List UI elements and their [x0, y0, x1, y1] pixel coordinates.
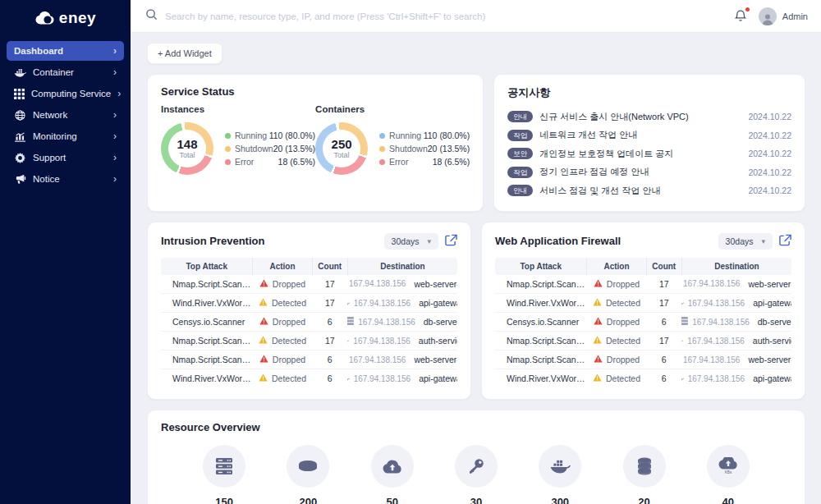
sidebar-item-container[interactable]: Container› [7, 62, 124, 82]
destination-ip: 167.94.138.156 [683, 355, 741, 364]
notice-board-title: 공지사항 [507, 85, 791, 100]
attack-count: 17 [646, 332, 681, 351]
user-menu[interactable]: Admin [759, 7, 808, 25]
widget-grid-bottom: Resource Overview 150Instances200Volumes… [147, 410, 805, 504]
resource-item-database[interactable]: 20Database [607, 445, 682, 504]
notice-item[interactable]: 작업정기 인프라 점검 예정 안내2024.10.22 [507, 163, 791, 182]
legend-value: 20 (13.5%) [273, 144, 315, 153]
sidebar-item-label: Network [33, 110, 107, 120]
detected-warning-icon [593, 373, 602, 383]
destination-ip: 167.94.138.156 [358, 318, 415, 327]
dropped-alert-icon [594, 279, 603, 289]
notice-date: 2024.10.22 [748, 131, 791, 140]
chevron-right-icon: › [117, 89, 121, 99]
chevron-down-icon: ▾ [427, 237, 431, 245]
sidebar-item-label: Computing Service [31, 89, 111, 99]
attack-name: Censys.io.Scanner [161, 313, 253, 332]
open-external-button[interactable] [779, 234, 791, 249]
sidebar-item-dashboard[interactable]: Dashboard› [7, 41, 124, 61]
resource-row: 150Instances200Volumes50Backups30Keypair… [161, 445, 791, 504]
notice-list: 안내신규 서비스 출시 안내(Network VPC)2024.10.22작업네… [507, 108, 791, 200]
destination-ip: 167.94.138.156 [349, 279, 406, 288]
column-header: Count [312, 258, 347, 275]
docker-icon [681, 373, 683, 383]
notice-date: 2024.10.22 [748, 112, 791, 121]
table-row: Nmap.Script.ScannerDropped17167.94.138.1… [161, 275, 457, 294]
resource-item-keypairs[interactable]: 30Keypairs [438, 445, 514, 504]
attack-name: Nmap.Script.Scanner [495, 351, 587, 369]
network-icon [14, 110, 26, 121]
attack-count: 17 [646, 275, 681, 294]
table-row: Nmap.Script.ScannerDropped6167.94.138.15… [161, 351, 457, 369]
resource-item-backups[interactable]: 50Backups [355, 445, 430, 504]
chevron-right-icon: › [113, 46, 117, 56]
legend-name: Shutdown [389, 144, 428, 153]
table-row: Wind.River.VxWorks.WDB...Detected6167.94… [495, 369, 791, 388]
notice-item[interactable]: 작업네트워크 개선 작업 안내2024.10.22 [507, 126, 791, 145]
legend-dot-icon [379, 146, 385, 152]
dropped-alert-icon [259, 355, 268, 364]
intrusion-prevention-card: Intrusion Prevention30days▾Top AttackAct… [147, 222, 471, 400]
resource-overview-card: Resource Overview 150Instances200Volumes… [147, 410, 805, 504]
open-external-button[interactable] [445, 234, 457, 249]
legend-row: Error18 (6.5%) [379, 157, 470, 167]
notice-title: 개인정보 보호정책 업데이트 공지 [539, 148, 741, 160]
notice-badge: 작업 [507, 167, 533, 178]
period-dropdown[interactable]: 30days▾ [718, 233, 773, 250]
notice-item[interactable]: 안내신규 서비스 출시 안내(Network VPC)2024.10.22 [507, 108, 791, 126]
notification-bell-icon[interactable] [734, 9, 747, 23]
period-dropdown[interactable]: 30days▾ [384, 233, 438, 250]
sidebar-item-network[interactable]: Network› [7, 105, 124, 125]
dropped-alert-icon [594, 317, 603, 327]
destination-name: api-gateway [753, 298, 791, 308]
sidebar-item-monitoring[interactable]: Monitoring› [7, 126, 124, 146]
notice-item[interactable]: 보안개인정보 보호정책 업데이트 공지2024.10.22 [507, 144, 791, 163]
notice-item[interactable]: 안내서비스 점검 및 개선 작업 안내2024.10.22 [507, 181, 791, 200]
chevron-down-icon: ▾ [761, 237, 765, 245]
notice-date: 2024.10.22 [748, 167, 791, 177]
action-label: Detected [606, 336, 640, 346]
search-icon [145, 8, 158, 24]
legend-name: Running [389, 131, 424, 140]
sidebar-item-computing-service[interactable]: Computing Service› [7, 84, 124, 103]
search-input[interactable] [165, 11, 734, 21]
period-value: 30days [392, 236, 420, 246]
detected-warning-icon [259, 373, 268, 383]
server-icon [681, 317, 688, 327]
attack-count: 6 [646, 313, 681, 332]
attack-table: Top AttackActionCountDestinationNmap.Scr… [161, 258, 457, 388]
action-label: Dropped [273, 355, 305, 364]
column-header: Action [253, 258, 312, 275]
action-label: Dropped [273, 317, 305, 327]
attack-name: Nmap.Script.Scanner [161, 275, 253, 294]
resource-item-pods[interactable]: 300Pods [522, 445, 598, 504]
column-header: Top Attack [161, 258, 253, 275]
legend-dot-icon [225, 159, 231, 165]
donut-total: 250 [332, 138, 352, 151]
period-value: 30days [726, 236, 754, 246]
app-root: eney Dashboard›Container›Computing Servi… [0, 0, 821, 504]
chart-legend: Running110 (80.0%)Shutdown20 (13.5%)Erro… [379, 131, 470, 167]
resource-value: 50 [386, 496, 397, 504]
table-row: Nmap.Script.ScannerDropped6167.94.138.15… [495, 351, 791, 369]
attack-count: 6 [646, 369, 681, 388]
notice-title: 신규 서비스 출시 안내(Network VPC) [539, 111, 741, 123]
resource-item-instances[interactable]: 150Instances [186, 445, 262, 504]
action-label: Dropped [607, 355, 640, 364]
add-widget-button[interactable]: + Add Widget [147, 43, 222, 64]
resource-value: 30 [470, 496, 482, 504]
sidebar-item-support[interactable]: Support› [7, 148, 124, 167]
detected-warning-icon [593, 336, 602, 346]
keypairs-icon [455, 445, 498, 488]
table-row: Nmap.Script.ScannerDetected17167.94.138.… [495, 332, 791, 351]
resource-item-kbs-backups[interactable]: KBs40KBs Backups [690, 445, 766, 504]
avatar [759, 7, 777, 25]
sidebar-item-notice[interactable]: Notice› [7, 169, 124, 189]
global-search [145, 8, 734, 24]
destination-ip: 167.94.138.156 [349, 355, 406, 364]
legend-row: Running110 (80.0%) [225, 131, 315, 140]
legend-name: Shutdown [235, 144, 273, 153]
dropped-alert-icon [594, 355, 603, 364]
resource-item-volumes[interactable]: 200Volumes [270, 445, 346, 504]
destination-name: db-server [424, 317, 457, 327]
